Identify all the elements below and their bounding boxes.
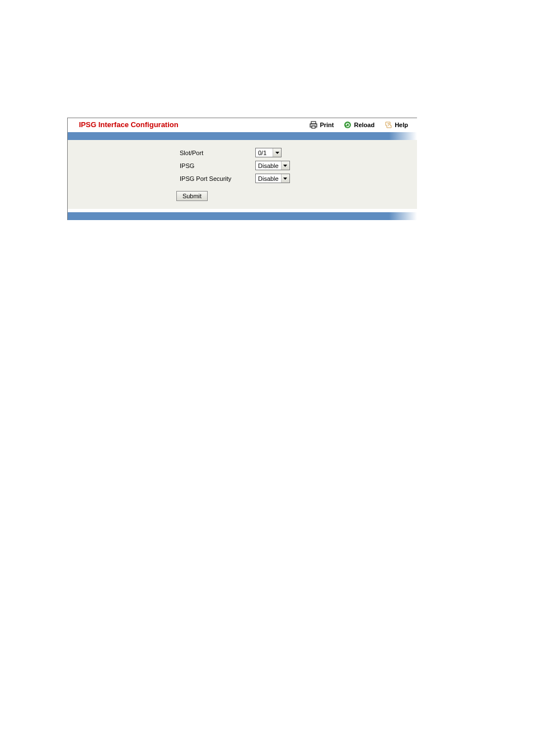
header-actions: Print Reload ? Help bbox=[310, 121, 413, 129]
ipsg-row: IPSG Disable bbox=[68, 161, 417, 170]
submit-row: Submit bbox=[68, 191, 417, 201]
help-label: Help bbox=[395, 122, 408, 128]
slot-port-value: 0/1 bbox=[256, 150, 273, 156]
ipsg-port-security-label: IPSG Port Security bbox=[68, 175, 255, 182]
help-button[interactable]: ? Help bbox=[385, 121, 408, 129]
bottom-bar bbox=[68, 212, 417, 220]
svg-rect-2 bbox=[312, 126, 315, 128]
print-icon bbox=[310, 121, 317, 129]
slot-port-label: Slot/Port bbox=[68, 150, 255, 156]
ipsg-label: IPSG bbox=[68, 162, 255, 169]
ipsg-port-security-value: Disable bbox=[256, 175, 281, 182]
ipsg-value: Disable bbox=[256, 162, 281, 169]
print-button[interactable]: Print bbox=[310, 121, 334, 129]
panel-header: IPSG Interface Configuration Print Reloa… bbox=[68, 118, 417, 132]
svg-point-3 bbox=[344, 122, 351, 128]
ipsg-select[interactable]: Disable bbox=[255, 161, 290, 170]
top-bar bbox=[68, 132, 417, 140]
chevron-down-icon bbox=[281, 161, 289, 170]
svg-text:?: ? bbox=[387, 122, 390, 127]
chevron-down-icon bbox=[281, 174, 289, 183]
config-panel: IPSG Interface Configuration Print Reloa… bbox=[67, 118, 417, 220]
help-icon: ? bbox=[385, 121, 392, 129]
submit-button[interactable]: Submit bbox=[176, 191, 208, 201]
ipsg-port-security-row: IPSG Port Security Disable bbox=[68, 174, 417, 183]
reload-button[interactable]: Reload bbox=[344, 121, 374, 129]
reload-label: Reload bbox=[354, 122, 374, 128]
slot-port-select[interactable]: 0/1 bbox=[255, 148, 282, 157]
reload-icon bbox=[344, 121, 352, 129]
print-label: Print bbox=[320, 122, 334, 128]
page-title: IPSG Interface Configuration bbox=[72, 120, 310, 129]
chevron-down-icon bbox=[273, 148, 281, 157]
ipsg-port-security-select[interactable]: Disable bbox=[255, 174, 290, 183]
svg-rect-0 bbox=[311, 122, 316, 124]
form-content: Slot/Port 0/1 IPSG Disable bbox=[68, 140, 417, 209]
slot-port-row: Slot/Port 0/1 bbox=[68, 148, 417, 157]
